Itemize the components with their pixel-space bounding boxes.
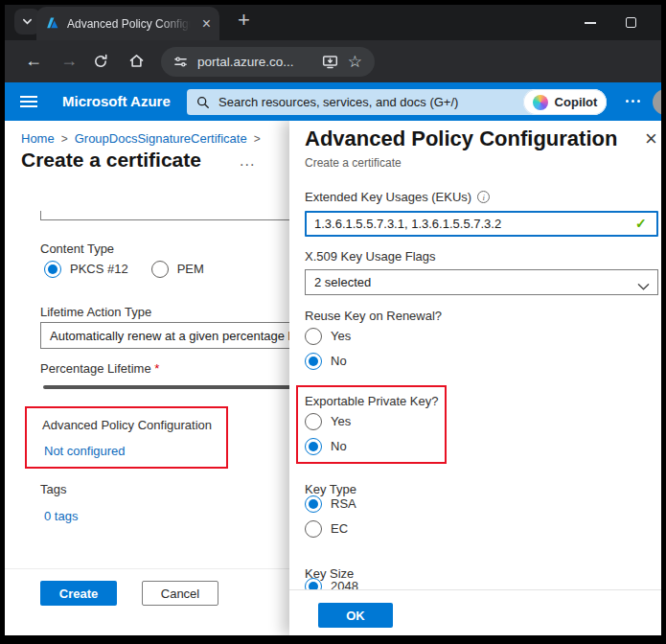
reuse-yes-row: Yes [305,328,351,345]
exportable-yes-row: Yes [305,413,351,430]
radio-pkcs12-label[interactable]: PKCS #12 [70,261,128,278]
install-app-icon[interactable] [322,54,338,70]
url-text[interactable]: portal.azure.co... [197,55,312,69]
panel-subtitle: Create a certificate [305,156,402,170]
breadcrumb-separator: > [254,132,261,146]
advanced-policy-label: Advanced Policy Configuration [42,418,212,432]
radio-exportable-no-label[interactable]: No [331,438,347,455]
tags-label: Tags [40,482,66,496]
radio-pkcs12[interactable] [44,261,61,278]
bookmark-star-icon[interactable]: ☆ [348,54,362,70]
radio-ec[interactable] [305,520,322,538]
reuse-no-row: No [305,353,347,370]
avatar[interactable] [653,89,661,115]
eku-input[interactable] [305,211,658,237]
breadcrumb-parent-link[interactable]: GroupDocsSignatureCertificate [75,131,247,146]
key-type-label: Key Type [305,482,356,496]
radio-exportable-no[interactable] [305,438,322,455]
azure-brand[interactable]: Microsoft Azure [62,82,171,121]
maximize-icon [626,17,636,28]
ok-button[interactable]: OK [318,603,393,628]
exportable-no-row: No [305,438,347,455]
radio-pem-label[interactable]: PEM [177,261,204,278]
cancel-button[interactable]: Cancel [142,581,218,606]
azure-favicon [45,16,59,31]
exportable-label: Exportable Private Key? [305,394,438,408]
percentage-lifetime-label-text: Percentage Lifetime [40,361,151,376]
percentage-lifetime-label: Percentage Lifetime * [40,361,159,376]
radio-rsa-label[interactable]: RSA [331,495,356,513]
partial-input-field[interactable] [40,211,295,220]
copilot-icon [533,95,548,110]
minimize-button[interactable] [576,5,605,40]
tags-link[interactable]: 0 tags [44,509,78,523]
radio-exportable-yes[interactable] [305,413,322,430]
footer-divider [5,568,289,569]
copilot-button[interactable]: Copilot [523,89,607,115]
breadcrumb-separator: > [61,132,68,146]
more-menu-icon[interactable]: ... [240,152,255,170]
page-title: Create a certificate [21,149,201,172]
radio-ec-label[interactable]: EC [331,520,348,538]
chevron-down-icon [22,16,33,27]
radio-reuse-yes-label[interactable]: Yes [331,328,351,345]
hamburger-menu-icon[interactable] [20,96,37,107]
radio-pem[interactable] [151,261,169,278]
key-type-rsa-row: RSA [305,495,356,513]
site-settings-icon[interactable] [173,55,188,69]
copilot-label: Copilot [555,95,598,109]
radio-reuse-no-label[interactable]: No [331,353,347,370]
valid-check-icon: ✓ [635,216,647,231]
azure-header: Microsoft Azure Copilot [5,82,661,121]
back-button[interactable]: ← [25,52,42,69]
portal-content: Home > GroupDocsSignatureCertificate > C… [5,121,661,635]
lifetime-action-type-value: Automatically renew at a given percentag… [50,329,293,343]
browser-tab[interactable]: Advanced Policy Configuration × [36,7,219,40]
reload-button[interactable] [93,54,108,72]
more-options-icon[interactable] [626,100,640,103]
eku-label: Extended Key Usages (EKUs) [305,190,471,204]
breadcrumb: Home > GroupDocsSignatureCertificate > [21,131,261,146]
breadcrumb-home-link[interactable]: Home [21,131,55,146]
reuse-key-label: Reuse Key on Renewal? [305,309,442,323]
home-button[interactable] [128,53,145,72]
info-icon[interactable]: i [477,191,490,203]
browser-window: Advanced Policy Configuration × + ← → po… [0,0,666,644]
home-icon [128,53,145,69]
tab-title: Advanced Policy Configuration [67,17,195,31]
forward-button[interactable]: → [60,52,78,69]
search-icon [196,96,210,109]
x509-label: X.509 Key Usage Flags [305,249,436,264]
radio-reuse-yes[interactable] [305,328,322,345]
panel-footer: OK [289,589,661,635]
x509-value: 2 selected [314,275,371,289]
tab-strip: Advanced Policy Configuration × + [5,5,661,40]
percentage-lifetime-slider[interactable] [43,385,294,389]
content-type-label: Content Type [40,242,114,256]
new-tab-button[interactable]: + [238,8,250,33]
maximize-button[interactable] [616,5,645,40]
radio-reuse-no[interactable] [305,353,322,370]
panel-title: Advanced Policy Configuration [305,126,617,151]
chevron-down-icon [637,278,650,295]
address-bar[interactable]: portal.azure.co... ☆ [161,47,375,77]
lifetime-action-type-select[interactable]: Automatically renew at a given percentag… [40,322,295,349]
minimize-icon [585,22,596,24]
radio-rsa[interactable] [305,495,322,513]
not-configured-link[interactable]: Not configured [44,444,126,458]
panel-close-icon[interactable]: × [645,126,657,151]
annotation-box-advanced-policy [25,406,228,469]
key-type-ec-row: EC [305,520,348,538]
create-button[interactable]: Create [40,581,117,606]
browser-toolbar: ← → portal.azure.co... ☆ [5,40,661,82]
lifetime-action-type-label: Lifetime Action Type [40,305,151,319]
required-asterisk: * [154,361,159,376]
radio-exportable-yes-label[interactable]: Yes [331,413,351,430]
tab-close-icon[interactable]: × [202,16,211,32]
x509-select[interactable]: 2 selected [305,269,658,295]
eku-label-row: Extended Key Usages (EKUs) i [305,190,490,204]
reload-icon [93,54,108,69]
content-type-radio-group: PKCS #12 PEM [44,261,204,278]
